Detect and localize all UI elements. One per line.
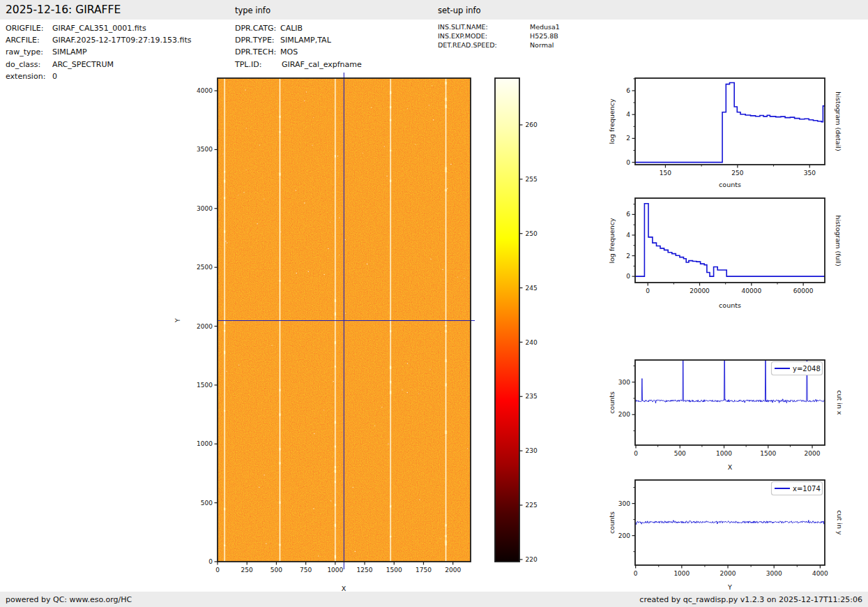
hot-pixel — [324, 274, 325, 275]
x-tick-label: 1000 — [327, 567, 343, 574]
hot-pixel — [467, 448, 468, 449]
emission-knot — [445, 540, 446, 542]
emission-knot — [279, 173, 280, 176]
x-tick-label: 2000 — [445, 567, 461, 574]
x-tick-label: 0 — [215, 567, 220, 574]
cut-in-x-legend-label: y=2048 — [793, 365, 821, 373]
hot-pixel — [243, 192, 244, 193]
histogram-full-x-label: counts — [719, 301, 741, 309]
hot-pixel — [355, 551, 356, 552]
hot-pixel — [447, 188, 448, 189]
emission-knot — [445, 430, 446, 434]
hot-pixel — [374, 426, 375, 426]
x-tick-label: 3000 — [766, 570, 782, 577]
emission-knot — [445, 98, 446, 101]
emission-knot — [445, 330, 446, 333]
emission-knot — [445, 543, 446, 546]
y-tick-label: 2500 — [197, 264, 213, 271]
x-tick-label: 4000 — [812, 570, 828, 577]
hot-pixel — [304, 100, 305, 101]
main-image-plot: 0250500750100012501500175020000500100015… — [174, 73, 475, 592]
emission-knot — [279, 544, 280, 546]
hot-pixel — [339, 255, 340, 255]
histogram-line — [635, 204, 825, 276]
x-tick-label: 40000 — [742, 287, 762, 294]
y-tick-label: 0 — [626, 159, 630, 166]
x-tick-label: 20000 — [690, 287, 710, 294]
y-tick-label: 2 — [626, 253, 630, 260]
colorbar: 220225230235240245250255260 — [495, 78, 538, 563]
hot-pixel — [314, 433, 314, 434]
y-tick-label: 300 — [618, 500, 630, 507]
hot-pixel — [308, 271, 309, 272]
hot-pixel — [345, 313, 346, 313]
hot-pixel — [381, 407, 382, 407]
emission-knot — [224, 351, 225, 354]
emission-knot — [445, 105, 446, 108]
hot-pixel — [433, 119, 434, 120]
emission-knot — [224, 171, 225, 172]
colorbar-tick-label: 220 — [526, 556, 538, 563]
histogram-detail-x-label: counts — [719, 181, 741, 188]
x-tick-label: 750 — [300, 567, 312, 574]
y-tick-label: 500 — [201, 500, 213, 507]
histogram-full-plot: 02000040000600000246 log frequency count… — [608, 198, 842, 309]
hot-pixel — [418, 394, 419, 394]
colorbar-gradient — [495, 78, 519, 562]
colorbar-tick-label: 250 — [526, 230, 538, 237]
footer-right-text: created by qc_rawdisp.py v1.2.3 on 2025-… — [0, 595, 862, 604]
hot-pixel — [259, 145, 260, 146]
emission-knot — [445, 383, 446, 386]
emission-knot — [335, 366, 336, 367]
hot-pixel — [245, 170, 246, 170]
cut-in-x-legend: y=2048 — [772, 362, 823, 375]
emission-knot — [224, 508, 225, 511]
x-tick-label: 1000 — [716, 450, 732, 457]
emission-knot — [279, 116, 280, 118]
emission-knot — [335, 155, 336, 158]
hot-pixel — [345, 239, 346, 240]
emission-knot — [335, 466, 336, 468]
x-tick-label: 1500 — [760, 450, 776, 457]
y-tick-label: 3500 — [197, 146, 213, 153]
x-tick-label: 60000 — [793, 287, 814, 294]
emission-knot — [445, 535, 446, 537]
cut-in-x-plot: 0500100015002000200300 y=2048 counts X c… — [608, 330, 844, 471]
emission-knot — [279, 389, 280, 391]
hot-pixel — [296, 190, 296, 190]
hot-pixel — [264, 474, 264, 475]
histogram-line — [635, 83, 825, 163]
emission-knot — [390, 391, 391, 394]
emission-knot — [445, 167, 446, 170]
y-tick-label: 300 — [618, 379, 630, 386]
emission-knot — [390, 119, 391, 121]
colorbar-tick-label: 255 — [526, 176, 538, 183]
histogram-full-frame — [635, 198, 825, 283]
emission-knot — [335, 313, 336, 316]
hot-pixel — [367, 264, 367, 264]
hot-pixel — [328, 248, 328, 249]
x-tick-label: 1250 — [357, 567, 373, 574]
x-tick-label: 1750 — [416, 567, 432, 574]
emission-knot — [224, 180, 225, 183]
y-tick-label: 4 — [626, 232, 630, 239]
emission-knot — [335, 299, 336, 302]
y-tick-label: 1500 — [197, 382, 213, 389]
colorbar-tick-label: 240 — [526, 339, 538, 346]
emission-knot — [335, 341, 336, 344]
emission-knot — [445, 359, 446, 362]
hot-pixel — [318, 555, 319, 556]
cut-in-y-caption: cut in y — [836, 510, 844, 535]
hot-pixel — [431, 259, 432, 260]
y-tick-label: 4000 — [197, 87, 213, 94]
colorbar-ticks: 220225230235240245250255260 — [519, 121, 538, 563]
emission-knot — [390, 505, 391, 507]
hot-pixel — [450, 164, 451, 165]
emission-knot — [335, 446, 336, 448]
emission-knot — [224, 197, 225, 199]
x-tick-label: 1500 — [386, 567, 402, 574]
cut-in-x-caption: cut in x — [836, 390, 844, 415]
x-tick-label: 0 — [634, 570, 638, 577]
emission-knot — [279, 413, 280, 416]
hot-pixel — [323, 410, 324, 410]
